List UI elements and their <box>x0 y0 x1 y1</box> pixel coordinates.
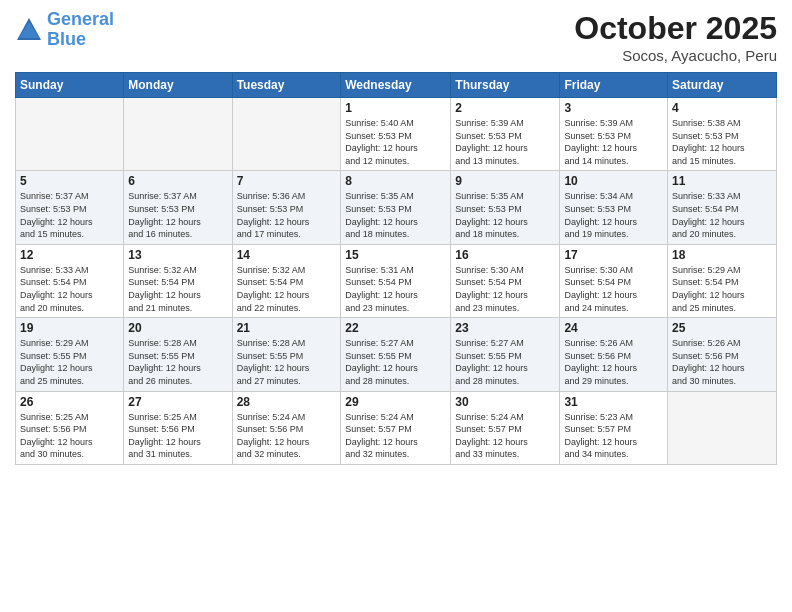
calendar-day-cell: 31Sunrise: 5:23 AM Sunset: 5:57 PM Dayli… <box>560 391 668 464</box>
logo-line1: General <box>47 9 114 29</box>
day-number: 5 <box>20 174 119 188</box>
day-number: 13 <box>128 248 227 262</box>
calendar-day-cell: 22Sunrise: 5:27 AM Sunset: 5:55 PM Dayli… <box>341 318 451 391</box>
day-number: 28 <box>237 395 337 409</box>
calendar-day-cell: 5Sunrise: 5:37 AM Sunset: 5:53 PM Daylig… <box>16 171 124 244</box>
calendar-day-cell <box>16 98 124 171</box>
day-info: Sunrise: 5:28 AM Sunset: 5:55 PM Dayligh… <box>237 337 337 387</box>
day-info: Sunrise: 5:24 AM Sunset: 5:57 PM Dayligh… <box>345 411 446 461</box>
day-number: 29 <box>345 395 446 409</box>
day-info: Sunrise: 5:39 AM Sunset: 5:53 PM Dayligh… <box>564 117 663 167</box>
calendar-week-row: 1Sunrise: 5:40 AM Sunset: 5:53 PM Daylig… <box>16 98 777 171</box>
page: General Blue October 2025 Socos, Ayacuch… <box>0 0 792 612</box>
calendar-day-cell: 24Sunrise: 5:26 AM Sunset: 5:56 PM Dayli… <box>560 318 668 391</box>
calendar-day-cell: 21Sunrise: 5:28 AM Sunset: 5:55 PM Dayli… <box>232 318 341 391</box>
day-number: 30 <box>455 395 555 409</box>
calendar-day-cell: 8Sunrise: 5:35 AM Sunset: 5:53 PM Daylig… <box>341 171 451 244</box>
calendar-day-cell <box>232 98 341 171</box>
header: General Blue October 2025 Socos, Ayacuch… <box>15 10 777 64</box>
day-number: 15 <box>345 248 446 262</box>
day-info: Sunrise: 5:28 AM Sunset: 5:55 PM Dayligh… <box>128 337 227 387</box>
day-number: 27 <box>128 395 227 409</box>
header-monday: Monday <box>124 73 232 98</box>
calendar-day-cell: 4Sunrise: 5:38 AM Sunset: 5:53 PM Daylig… <box>668 98 777 171</box>
calendar-day-cell: 26Sunrise: 5:25 AM Sunset: 5:56 PM Dayli… <box>16 391 124 464</box>
logo-icon <box>15 16 43 44</box>
day-info: Sunrise: 5:37 AM Sunset: 5:53 PM Dayligh… <box>128 190 227 240</box>
day-info: Sunrise: 5:39 AM Sunset: 5:53 PM Dayligh… <box>455 117 555 167</box>
calendar-day-cell: 27Sunrise: 5:25 AM Sunset: 5:56 PM Dayli… <box>124 391 232 464</box>
day-number: 16 <box>455 248 555 262</box>
day-info: Sunrise: 5:26 AM Sunset: 5:56 PM Dayligh… <box>672 337 772 387</box>
day-number: 25 <box>672 321 772 335</box>
calendar-week-row: 5Sunrise: 5:37 AM Sunset: 5:53 PM Daylig… <box>16 171 777 244</box>
day-info: Sunrise: 5:38 AM Sunset: 5:53 PM Dayligh… <box>672 117 772 167</box>
day-number: 4 <box>672 101 772 115</box>
calendar-day-cell: 9Sunrise: 5:35 AM Sunset: 5:53 PM Daylig… <box>451 171 560 244</box>
calendar-day-cell: 30Sunrise: 5:24 AM Sunset: 5:57 PM Dayli… <box>451 391 560 464</box>
day-number: 10 <box>564 174 663 188</box>
calendar-day-cell: 10Sunrise: 5:34 AM Sunset: 5:53 PM Dayli… <box>560 171 668 244</box>
day-info: Sunrise: 5:24 AM Sunset: 5:57 PM Dayligh… <box>455 411 555 461</box>
day-number: 11 <box>672 174 772 188</box>
day-number: 14 <box>237 248 337 262</box>
day-info: Sunrise: 5:27 AM Sunset: 5:55 PM Dayligh… <box>345 337 446 387</box>
calendar-week-row: 26Sunrise: 5:25 AM Sunset: 5:56 PM Dayli… <box>16 391 777 464</box>
weekday-header-row: Sunday Monday Tuesday Wednesday Thursday… <box>16 73 777 98</box>
day-number: 1 <box>345 101 446 115</box>
calendar-day-cell: 7Sunrise: 5:36 AM Sunset: 5:53 PM Daylig… <box>232 171 341 244</box>
calendar-day-cell: 14Sunrise: 5:32 AM Sunset: 5:54 PM Dayli… <box>232 244 341 317</box>
day-number: 6 <box>128 174 227 188</box>
day-info: Sunrise: 5:32 AM Sunset: 5:54 PM Dayligh… <box>237 264 337 314</box>
day-number: 3 <box>564 101 663 115</box>
day-number: 31 <box>564 395 663 409</box>
day-number: 19 <box>20 321 119 335</box>
day-info: Sunrise: 5:32 AM Sunset: 5:54 PM Dayligh… <box>128 264 227 314</box>
main-title: October 2025 <box>574 10 777 47</box>
calendar-day-cell: 15Sunrise: 5:31 AM Sunset: 5:54 PM Dayli… <box>341 244 451 317</box>
calendar-day-cell <box>668 391 777 464</box>
day-info: Sunrise: 5:24 AM Sunset: 5:56 PM Dayligh… <box>237 411 337 461</box>
day-number: 21 <box>237 321 337 335</box>
calendar-day-cell: 1Sunrise: 5:40 AM Sunset: 5:53 PM Daylig… <box>341 98 451 171</box>
title-block: October 2025 Socos, Ayacucho, Peru <box>574 10 777 64</box>
day-info: Sunrise: 5:27 AM Sunset: 5:55 PM Dayligh… <box>455 337 555 387</box>
calendar-day-cell: 11Sunrise: 5:33 AM Sunset: 5:54 PM Dayli… <box>668 171 777 244</box>
subtitle: Socos, Ayacucho, Peru <box>574 47 777 64</box>
day-info: Sunrise: 5:35 AM Sunset: 5:53 PM Dayligh… <box>345 190 446 240</box>
day-info: Sunrise: 5:31 AM Sunset: 5:54 PM Dayligh… <box>345 264 446 314</box>
header-sunday: Sunday <box>16 73 124 98</box>
day-number: 7 <box>237 174 337 188</box>
header-thursday: Thursday <box>451 73 560 98</box>
day-number: 17 <box>564 248 663 262</box>
logo-text: General Blue <box>47 10 114 50</box>
day-info: Sunrise: 5:25 AM Sunset: 5:56 PM Dayligh… <box>20 411 119 461</box>
day-info: Sunrise: 5:36 AM Sunset: 5:53 PM Dayligh… <box>237 190 337 240</box>
calendar-week-row: 19Sunrise: 5:29 AM Sunset: 5:55 PM Dayli… <box>16 318 777 391</box>
day-number: 23 <box>455 321 555 335</box>
calendar-day-cell: 25Sunrise: 5:26 AM Sunset: 5:56 PM Dayli… <box>668 318 777 391</box>
calendar-day-cell: 19Sunrise: 5:29 AM Sunset: 5:55 PM Dayli… <box>16 318 124 391</box>
logo-line2: Blue <box>47 29 86 49</box>
day-info: Sunrise: 5:33 AM Sunset: 5:54 PM Dayligh… <box>20 264 119 314</box>
day-number: 26 <box>20 395 119 409</box>
day-info: Sunrise: 5:26 AM Sunset: 5:56 PM Dayligh… <box>564 337 663 387</box>
calendar-day-cell: 16Sunrise: 5:30 AM Sunset: 5:54 PM Dayli… <box>451 244 560 317</box>
header-tuesday: Tuesday <box>232 73 341 98</box>
calendar-day-cell: 18Sunrise: 5:29 AM Sunset: 5:54 PM Dayli… <box>668 244 777 317</box>
day-number: 9 <box>455 174 555 188</box>
calendar-week-row: 12Sunrise: 5:33 AM Sunset: 5:54 PM Dayli… <box>16 244 777 317</box>
day-number: 8 <box>345 174 446 188</box>
calendar-day-cell: 2Sunrise: 5:39 AM Sunset: 5:53 PM Daylig… <box>451 98 560 171</box>
calendar-day-cell: 3Sunrise: 5:39 AM Sunset: 5:53 PM Daylig… <box>560 98 668 171</box>
header-saturday: Saturday <box>668 73 777 98</box>
day-info: Sunrise: 5:29 AM Sunset: 5:55 PM Dayligh… <box>20 337 119 387</box>
day-number: 12 <box>20 248 119 262</box>
day-number: 2 <box>455 101 555 115</box>
day-info: Sunrise: 5:23 AM Sunset: 5:57 PM Dayligh… <box>564 411 663 461</box>
day-info: Sunrise: 5:35 AM Sunset: 5:53 PM Dayligh… <box>455 190 555 240</box>
day-number: 18 <box>672 248 772 262</box>
calendar-table: Sunday Monday Tuesday Wednesday Thursday… <box>15 72 777 465</box>
day-info: Sunrise: 5:30 AM Sunset: 5:54 PM Dayligh… <box>564 264 663 314</box>
day-number: 24 <box>564 321 663 335</box>
